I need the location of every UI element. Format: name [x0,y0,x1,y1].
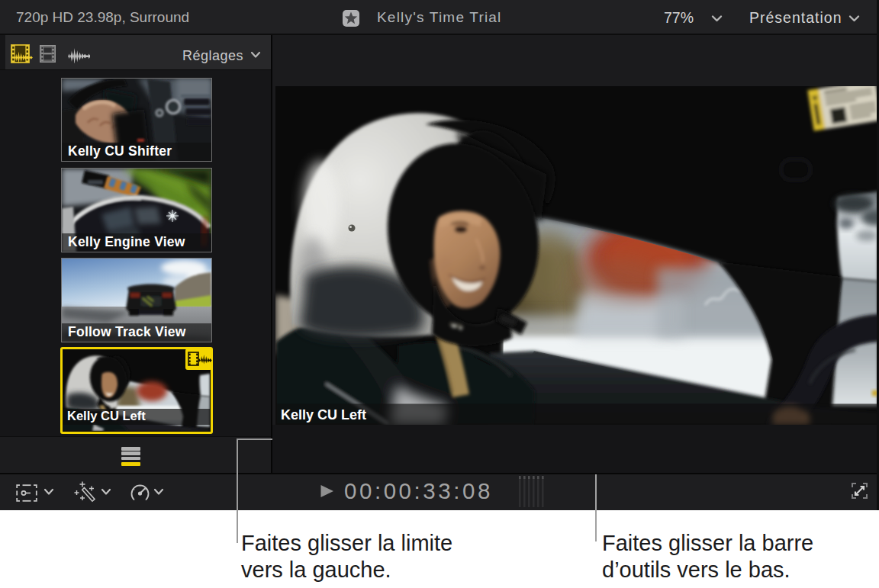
svg-text:Follow Track View: Follow Track View [68,324,186,339]
svg-text:Kelly Engine View: Kelly Engine View [68,234,185,249]
svg-text:Kelly CU Left: Kelly CU Left [281,407,366,423]
svg-text:Kelly CU Shifter: Kelly CU Shifter [68,143,172,159]
svg-text:Kelly CU Left: Kelly CU Left [67,409,146,423]
